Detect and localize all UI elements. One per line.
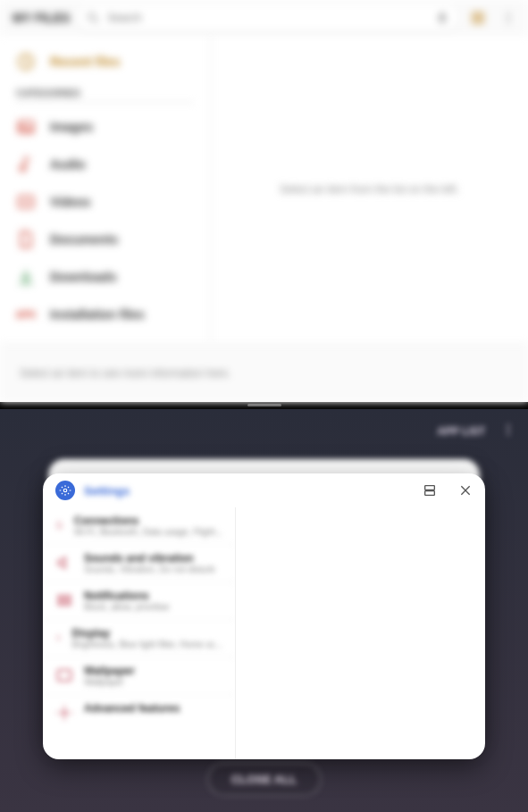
svg-rect-20 — [425, 491, 435, 496]
sidebar-item-label: Videos — [50, 195, 91, 209]
recent-card-app-name: Settings — [84, 484, 130, 498]
settings-row-title: Sounds and vibration — [84, 552, 222, 565]
clock-icon — [16, 52, 36, 71]
svg-rect-19 — [425, 486, 435, 490]
search-input[interactable] — [107, 12, 428, 24]
settings-detail-pane — [236, 507, 485, 759]
settings-row-notifications[interactable]: Notifications Block, allow, prioritise — [43, 582, 235, 620]
sidebar-item-downloads[interactable]: Downloads — [0, 258, 210, 296]
sidebar-item-recent[interactable]: Recent files — [0, 43, 210, 80]
svg-rect-5 — [473, 19, 477, 23]
display-icon — [55, 629, 62, 647]
settings-row-title: Advanced features — [84, 702, 222, 715]
svg-point-25 — [63, 711, 67, 716]
settings-row-sub: Block, allow, prioritise — [84, 602, 222, 612]
sidebar-item-label: Documents — [50, 232, 118, 247]
myfiles-header: MY FILES — [0, 0, 528, 36]
settings-row-advanced[interactable]: Advanced features — [43, 695, 235, 729]
svg-rect-24 — [58, 670, 71, 681]
image-icon — [16, 117, 36, 137]
split-window-icon[interactable] — [423, 483, 437, 498]
svg-point-7 — [507, 13, 510, 15]
svg-rect-4 — [479, 13, 483, 17]
wallpaper-icon — [55, 666, 73, 684]
settings-row-display[interactable]: Display Brightness, Blue light filter, H… — [43, 620, 235, 657]
settings-row-title: Connections — [74, 515, 222, 527]
sidebar-item-apk[interactable]: APK Installation files — [0, 296, 210, 333]
settings-sidebar: Connections Wi-Fi, Bluetooth, Data usage… — [43, 507, 236, 759]
document-icon — [16, 230, 36, 249]
sidebar-item-images[interactable]: Images — [0, 108, 210, 146]
split-grabber[interactable] — [0, 402, 528, 409]
sidebar-item-documents[interactable]: Documents — [0, 221, 210, 258]
recents-header: APP LIST — [0, 409, 528, 454]
svg-point-17 — [507, 432, 510, 435]
sidebar-item-label: Installation files — [50, 307, 145, 322]
sidebar-item-label: Recent files — [50, 54, 121, 69]
grid-view-icon[interactable] — [471, 11, 485, 25]
settings-row-title: Wallpaper — [84, 665, 222, 677]
search-icon — [86, 11, 100, 25]
advanced-icon — [55, 704, 73, 722]
grabber-handle-icon — [247, 404, 281, 406]
settings-row-connections[interactable]: Connections Wi-Fi, Bluetooth, Data usage… — [43, 507, 235, 545]
svg-rect-22 — [58, 602, 70, 605]
recents-pane: APP LIST Settings Connect — [0, 409, 528, 812]
notifications-icon — [55, 591, 73, 609]
search-bar[interactable] — [77, 4, 458, 31]
close-all-button[interactable]: CLOSE ALL — [207, 763, 321, 796]
svg-rect-21 — [58, 596, 70, 599]
recent-app-card-settings[interactable]: Settings Connections Wi-Fi, Bluetooth, D… — [43, 473, 485, 759]
settings-row-sub: Wallpaper — [84, 677, 222, 687]
music-icon — [16, 155, 36, 174]
myfiles-body: Recent files CATEGORIES Images Audio Vid… — [0, 36, 528, 343]
sidebar-item-label: Downloads — [50, 270, 117, 284]
svg-point-0 — [88, 13, 96, 20]
svg-line-1 — [95, 20, 98, 23]
svg-rect-23 — [57, 636, 60, 640]
recent-card-body: Connections Wi-Fi, Bluetooth, Data usage… — [43, 507, 485, 759]
apk-icon: APK — [16, 305, 36, 324]
info-strip: Select an item to see more information h… — [0, 343, 528, 402]
settings-row-title: Display — [72, 627, 222, 640]
download-icon — [16, 267, 36, 287]
settings-row-sub: Sounds, Vibration, Do not disturb — [84, 565, 222, 574]
settings-app-icon[interactable] — [55, 481, 75, 500]
close-icon[interactable] — [458, 483, 473, 498]
svg-point-8 — [507, 16, 510, 19]
settings-row-sub: Wi-Fi, Bluetooth, Data usage, Flight... — [74, 527, 222, 537]
svg-rect-2 — [440, 13, 444, 20]
sidebar-item-label: Audio — [50, 157, 86, 172]
svg-point-9 — [507, 21, 510, 23]
categories-header: CATEGORIES — [0, 80, 210, 108]
video-icon — [16, 192, 36, 212]
settings-row-title: Notifications — [84, 590, 222, 602]
mic-icon[interactable] — [435, 11, 449, 25]
empty-message: Select an item from the list on the left… — [280, 183, 459, 196]
svg-point-16 — [507, 429, 510, 431]
sound-icon — [55, 554, 73, 572]
recent-card-header: Settings — [43, 473, 485, 507]
app-list-button[interactable]: APP LIST — [437, 425, 485, 438]
more-icon[interactable] — [501, 11, 515, 25]
svg-rect-6 — [479, 19, 483, 23]
connections-icon — [55, 516, 63, 534]
app-title: MY FILES — [13, 11, 70, 25]
myfiles-sidebar: Recent files CATEGORIES Images Audio Vid… — [0, 36, 211, 343]
svg-point-18 — [63, 489, 67, 492]
settings-row-wallpaper[interactable]: Wallpaper Wallpaper — [43, 657, 235, 695]
sidebar-item-audio[interactable]: Audio — [0, 146, 210, 183]
svg-rect-3 — [473, 13, 477, 17]
info-message: Select an item to see more information h… — [20, 367, 230, 380]
settings-row-sub: Brightness, Blue light filter, Home sc..… — [72, 640, 222, 649]
svg-point-15 — [507, 424, 510, 427]
settings-row-sounds[interactable]: Sounds and vibration Sounds, Vibration, … — [43, 545, 235, 582]
myfiles-main-pane: Select an item from the list on the left… — [211, 36, 528, 343]
sidebar-item-label: Images — [50, 120, 93, 134]
more-icon[interactable] — [501, 423, 515, 440]
sidebar-item-videos[interactable]: Videos — [0, 183, 210, 221]
